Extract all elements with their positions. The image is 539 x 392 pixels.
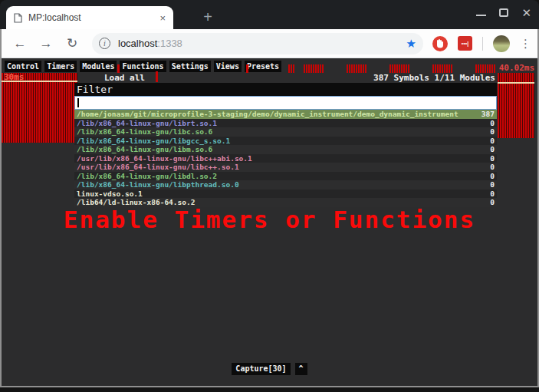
- module-list: /home/jonasm/git/microprofile-3-staging/…: [74, 110, 497, 207]
- module-path: /home/jonasm/git/microprofile-3-staging/…: [77, 110, 458, 119]
- capture-bar: Capture[30] ^: [2, 363, 537, 375]
- module-path: /lib/x86_64-linux-gnu/libc.so.6: [77, 127, 212, 137]
- forward-icon[interactable]: →: [38, 36, 54, 51]
- frame-tick-cluster: [347, 64, 367, 73]
- module-symbol-count: 0: [490, 172, 495, 181]
- page-favicon-icon: [14, 13, 22, 23]
- module-row[interactable]: /home/jonasm/git/microprofile-3-staging/…: [74, 110, 497, 119]
- module-row[interactable]: /lib/x86_64-linux-gnu/libpthread.so.0 0: [74, 180, 497, 189]
- frame-graph-right[interactable]: [498, 73, 534, 138]
- module-symbol-count: 0: [490, 154, 495, 163]
- module-symbol-count: 387: [481, 110, 495, 119]
- load-all-button[interactable]: Load all: [104, 73, 145, 83]
- site-info-icon[interactable]: i: [99, 38, 110, 49]
- frame-tick: [117, 64, 120, 73]
- frame-scale-label: 30ms: [4, 72, 25, 82]
- module-symbol-count: 0: [490, 180, 495, 189]
- frame-tick-cluster: [389, 64, 410, 73]
- profiler-menu-item[interactable]: Presets: [245, 61, 281, 72]
- profiler-menu-item[interactable]: Settings: [169, 61, 211, 72]
- module-path: /lib/x86_64-linux-gnu/libdl.so.2: [77, 172, 217, 181]
- module-path: /lib/x86_64-linux-gnu/libgcc_s.so.1: [77, 137, 230, 146]
- adblock-hand-icon[interactable]: [432, 36, 448, 51]
- frame-tick-cluster: [288, 64, 294, 73]
- text-caret: [77, 98, 79, 107]
- profiler-menubar: ControlTimersModulesFunctionsSettingsVie…: [5, 61, 281, 72]
- profiler-menu-item[interactable]: Functions: [120, 61, 166, 72]
- module-path: linux-vdso.so.1: [77, 189, 143, 199]
- module-path: /lib/x86_64-linux-gnu/librt.so.1: [77, 119, 217, 128]
- tab-close-icon[interactable]: ×: [159, 13, 166, 23]
- profiler-menu-item[interactable]: Modules: [80, 61, 117, 72]
- url-host: localhost: [118, 38, 157, 49]
- profiler-menu-item[interactable]: Timers: [44, 61, 77, 72]
- bookmark-star-icon[interactable]: ★: [406, 37, 416, 51]
- close-icon[interactable]: ✕: [521, 7, 531, 18]
- url-text[interactable]: localhost:1338: [118, 38, 406, 49]
- microprofile-page: ControlTimersModulesFunctionsSettingsVie…: [2, 58, 537, 386]
- toolbar-separator: [482, 37, 483, 51]
- minimize-icon[interactable]: [476, 9, 486, 16]
- maximize-icon[interactable]: [499, 8, 508, 17]
- extension-area: •••| ⋮: [432, 35, 529, 52]
- module-row[interactable]: /lib/x86_64-linux-gnu/libdl.so.2 0: [74, 172, 497, 181]
- module-symbol-count: 0: [490, 127, 495, 137]
- profiler-menu-item[interactable]: Control: [5, 61, 41, 72]
- browser-window: MP:localhost × + ✕ ← → ↻ i localhost:133…: [0, 0, 539, 392]
- browser-toolbar: ← → ↻ i localhost:1338 ★ •••| ⋮: [2, 29, 537, 58]
- module-symbol-count: 0: [490, 137, 495, 146]
- frame-tick-cluster: [304, 64, 324, 73]
- capture-expand-button[interactable]: ^: [295, 363, 307, 375]
- module-path: /lib/x86_64-linux-gnu/libm.so.6: [77, 145, 212, 154]
- profiler-menu-item[interactable]: Views: [214, 61, 242, 72]
- module-row[interactable]: /usr/lib/x86_64-linux-gnu/libc++abi.so.1…: [74, 154, 497, 163]
- threshold-line: [498, 82, 534, 84]
- frame-tick: [156, 71, 158, 82]
- filter-label: Filter: [74, 83, 497, 96]
- module-path: /lib/x86_64-linux-gnu/libpthread.so.0: [77, 180, 239, 189]
- module-row[interactable]: /usr/lib/x86_64-linux-gnu/libc++.so.1 0: [74, 163, 497, 172]
- module-symbol-count: 0: [490, 163, 495, 172]
- back-icon[interactable]: ←: [12, 36, 28, 51]
- module-symbol-count: 0: [490, 145, 495, 154]
- reload-icon[interactable]: ↻: [64, 36, 80, 51]
- profile-avatar[interactable]: [493, 35, 510, 52]
- frame-tick: [246, 64, 248, 73]
- frame-time-label: 40.02ms: [499, 63, 534, 73]
- module-row[interactable]: /lib/x86_64-linux-gnu/libm.so.6 0: [74, 145, 497, 154]
- url-port: :1338: [157, 38, 182, 49]
- filter-input[interactable]: [74, 96, 497, 110]
- module-row[interactable]: /lib/x86_64-linux-gnu/libc.so.6 0: [74, 127, 497, 137]
- module-row[interactable]: /lib/x86_64-linux-gnu/libgcc_s.so.1 0: [74, 137, 497, 146]
- address-bar[interactable]: i localhost:1338 ★: [92, 33, 423, 54]
- titlebar: MP:localhost × + ✕: [0, 0, 539, 29]
- module-path: /usr/lib/x86_64-linux-gnu/libc++abi.so.1: [77, 154, 252, 163]
- enable-hint-message: Enable Timers or Functions: [2, 206, 537, 233]
- module-symbol-count: 0: [490, 119, 495, 128]
- symbols-status: 387 Symbols 1/11 Modules: [373, 73, 495, 83]
- lastpass-icon[interactable]: •••|: [458, 36, 472, 51]
- frame-tick-cluster: [475, 64, 496, 73]
- tab-title: MP:localhost: [28, 12, 159, 23]
- module-symbol-count: 0: [490, 189, 495, 199]
- window-body: ← → ↻ i localhost:1338 ★ •••| ⋮: [0, 29, 539, 387]
- capture-button[interactable]: Capture[30]: [232, 363, 290, 375]
- frame-graph-left[interactable]: 30ms: [2, 73, 77, 143]
- module-path: /usr/lib/x86_64-linux-gnu/libc++.so.1: [77, 163, 239, 172]
- module-row[interactable]: /lib/x86_64-linux-gnu/librt.so.1 0: [74, 119, 497, 128]
- browser-tab[interactable]: MP:localhost ×: [6, 6, 173, 29]
- module-row[interactable]: linux-vdso.so.1 0: [74, 189, 497, 199]
- browser-menu-icon[interactable]: ⋮: [520, 41, 529, 46]
- frame-tick-cluster: [432, 64, 453, 73]
- new-tab-button[interactable]: +: [196, 5, 219, 28]
- window-controls: ✕: [476, 0, 531, 25]
